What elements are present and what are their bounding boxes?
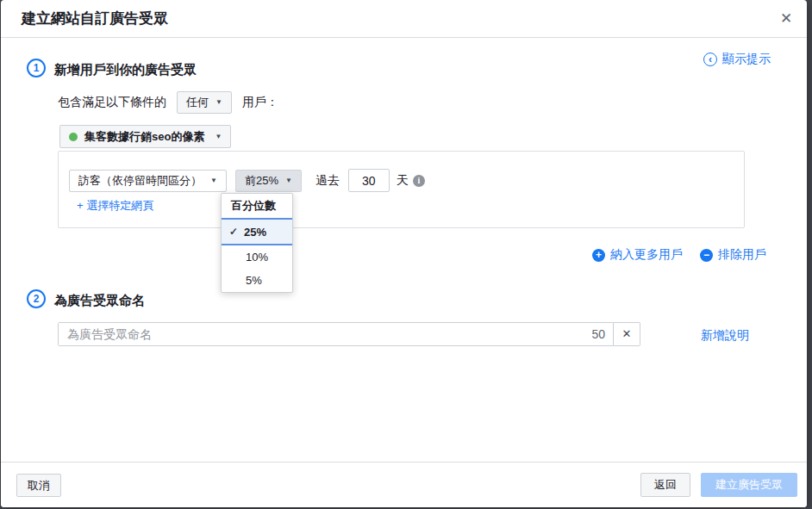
event-type-dropdown[interactable]: 訪客（依停留時間區分） ▼ — [69, 170, 227, 192]
match-type-dropdown[interactable]: 任何 ▼ — [177, 91, 232, 114]
days-unit-label: 天 — [397, 173, 409, 189]
include-more-users-link[interactable]: + 納入更多用戶 — [592, 247, 683, 263]
show-tips-link[interactable]: ‹ 顯示提示 — [703, 52, 771, 67]
percentile-menu-header: 百分位數 — [222, 194, 292, 218]
plus-circle-icon: + — [592, 249, 605, 262]
percentile-value: 前25% — [245, 173, 278, 189]
show-tips-label: 顯示提示 — [722, 52, 771, 67]
match-type-value: 任何 — [186, 95, 209, 110]
menu-item-label: 25% — [244, 226, 266, 239]
chevron-down-icon: ▼ — [285, 177, 292, 184]
exclude-users-link[interactable]: − 排除用戶 — [700, 247, 766, 263]
audience-name-row: 50 ✕ — [58, 322, 640, 346]
audience-name-field-wrap: 50 — [58, 322, 614, 346]
event-type-value: 訪客（依停留時間區分） — [78, 173, 202, 189]
include-more-users-label: 納入更多用戶 — [610, 247, 683, 263]
condition-row: 訪客（依停留時間區分） ▼ 前25% ▼ 過去 天 i — [69, 169, 425, 192]
pixel-active-dot-icon — [69, 133, 78, 141]
check-icon: ✓ — [229, 226, 238, 238]
include-suffix-label: 用戶： — [242, 95, 278, 110]
char-counter: 50 — [591, 323, 605, 345]
footer-right-buttons: 返回 建立廣告受眾 — [640, 473, 797, 497]
chevron-down-icon: ▼ — [215, 133, 222, 140]
cancel-button[interactable]: 取消 — [16, 474, 61, 497]
include-prefix-label: 包含滿足以下條件的 — [58, 95, 166, 110]
step2-heading: 為廣告受眾命名 — [54, 293, 145, 309]
pixel-name: 集客數據行銷seo的像素 — [84, 129, 204, 145]
condition-box: 訪客（依停留時間區分） ▼ 前25% ▼ 過去 天 i + 選擇特定網頁 — [58, 151, 745, 228]
clear-name-button[interactable]: ✕ — [614, 322, 640, 346]
step1-number: 1 — [27, 59, 46, 78]
exclude-users-label: 排除用戶 — [718, 247, 766, 263]
chevron-down-icon: ▼ — [210, 177, 217, 184]
minus-circle-icon: − — [700, 249, 713, 262]
menu-item-10[interactable]: 10% — [222, 245, 292, 269]
dialog-header: 建立網站自訂廣告受眾 ✕ — [1, 0, 807, 38]
past-label: 過去 — [315, 173, 340, 189]
info-icon[interactable]: i — [413, 175, 425, 187]
dialog-title: 建立網站自訂廣告受眾 — [22, 0, 168, 38]
days-input[interactable] — [348, 169, 390, 192]
audience-actions-row: + 納入更多用戶 − 排除用戶 — [592, 247, 766, 263]
add-description-link[interactable]: 新增說明 — [701, 328, 749, 344]
dialog-footer: 取消 返回 建立廣告受眾 — [1, 462, 807, 507]
step1-heading: 新增用戶到你的廣告受眾 — [54, 62, 197, 78]
menu-item-25[interactable]: ✓ 25% — [222, 218, 292, 245]
step2-number: 2 — [27, 289, 46, 308]
chevron-down-icon: ▼ — [215, 99, 222, 106]
menu-item-5[interactable]: 5% — [222, 269, 292, 292]
create-audience-dialog: 建立網站自訂廣告受眾 ✕ ‹ 顯示提示 1 新增用戶到你的廣告受眾 包含滿足以下… — [1, 0, 807, 507]
chevron-left-circle-icon: ‹ — [703, 53, 717, 66]
include-condition-row: 包含滿足以下條件的 任何 ▼ 用戶： — [58, 90, 278, 115]
percentile-dropdown[interactable]: 前25% ▼ — [235, 170, 302, 192]
audience-name-input[interactable] — [59, 323, 613, 345]
close-icon[interactable]: ✕ — [774, 7, 798, 31]
pixel-selector-dropdown[interactable]: 集客數據行銷seo的像素 ▼ — [59, 125, 231, 148]
create-audience-button[interactable]: 建立廣告受眾 — [701, 473, 797, 497]
percentile-menu: 百分位數 ✓ 25% 10% 5% — [221, 193, 293, 293]
select-pages-link[interactable]: + 選擇特定網頁 — [77, 198, 153, 214]
back-button[interactable]: 返回 — [640, 473, 690, 497]
